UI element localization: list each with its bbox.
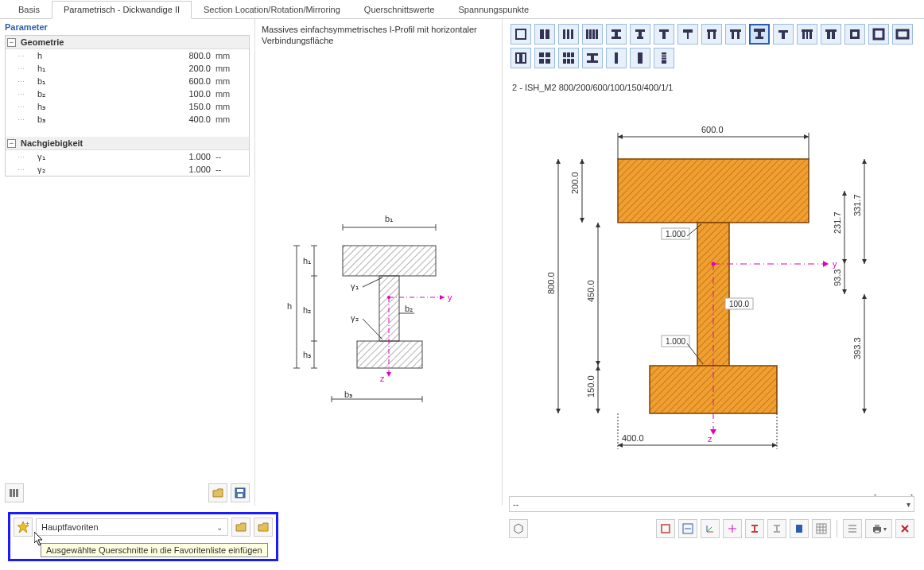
shape-two-col[interactable] [511, 48, 531, 68]
svg-text:y: y [833, 259, 837, 269]
shape-t-1[interactable] [654, 24, 674, 45]
shape-rect-gap[interactable] [534, 24, 555, 45]
param-h1[interactable]: ··· h₁ 200.0 mm [6, 62, 249, 75]
shape-t-3[interactable] [773, 24, 794, 45]
toolbar-3d-button[interactable] [509, 519, 528, 538]
shape-i-mono-selected[interactable] [749, 24, 770, 45]
library-button[interactable] [5, 483, 24, 502]
param-b2[interactable]: ··· b₂ 100.0 mm [6, 87, 249, 100]
open-button[interactable] [208, 483, 227, 502]
shape-i-1[interactable] [606, 24, 627, 45]
svg-text:1.000: 1.000 [666, 337, 685, 346]
param-h3[interactable]: ··· h₃ 150.0 mm [6, 100, 249, 113]
shape-bar-ribbed[interactable] [654, 48, 674, 68]
svg-rect-62 [687, 33, 689, 39]
param-h[interactable]: ··· h 800.0 mm [6, 49, 249, 62]
shape-rect-outline[interactable] [511, 24, 531, 45]
tab-cross-section-values[interactable]: Querschnittswerte [352, 1, 447, 19]
svg-rect-75 [802, 32, 805, 39]
svg-line-159 [707, 527, 712, 532]
tab-parametric[interactable]: Parametrisch - Dickwandige II [52, 1, 192, 19]
shape-pi-1[interactable] [701, 24, 722, 45]
svg-rect-77 [809, 32, 812, 39]
svg-text:600.0: 600.0 [701, 125, 724, 134]
shape-box-2[interactable] [868, 24, 889, 45]
favorites-folder-star-button[interactable] [254, 518, 273, 537]
svg-rect-168 [796, 525, 802, 533]
svg-text:z: z [380, 374, 385, 383]
svg-rect-166 [776, 526, 778, 531]
shape-bars-3[interactable] [558, 24, 579, 45]
collapse-icon[interactable]: − [7, 38, 16, 47]
group-compliance[interactable]: − Nachgiebigkeit [6, 137, 249, 150]
shape-double-t[interactable] [821, 24, 841, 45]
view-centroid-button[interactable] [723, 519, 742, 538]
param-gamma2[interactable]: ··· γ₂ 1.000 -- [6, 163, 249, 176]
save-button[interactable] [231, 483, 250, 502]
svg-rect-48 [571, 29, 573, 39]
shape-box-1[interactable] [844, 24, 865, 45]
view-outline-button[interactable] [656, 519, 675, 538]
parameter-panel: Parameter − Geometrie ··· h 800.0 mm ···… [0, 19, 255, 506]
tab-section-location[interactable]: Section Location/Rotation/Mirroring [192, 1, 352, 19]
svg-rect-70 [758, 32, 761, 37]
param-gamma1[interactable]: ··· γ₁ 1.000 -- [6, 150, 249, 163]
chevron-down-icon: ▾ [883, 525, 887, 533]
shape-bar-single-1[interactable] [606, 48, 627, 68]
view-list-button[interactable] [843, 519, 862, 538]
view-i-button[interactable] [745, 519, 764, 538]
svg-rect-60 [662, 32, 666, 39]
view-block-button[interactable] [790, 519, 809, 538]
svg-rect-179 [875, 530, 879, 533]
svg-text:b₃: b₃ [344, 390, 352, 399]
svg-rect-3 [235, 488, 245, 498]
collapse-icon[interactable]: − [7, 139, 16, 148]
param-b3[interactable]: ··· b₃ 400.0 mm [6, 113, 249, 126]
shape-bar-single-2[interactable] [630, 48, 650, 68]
svg-rect-84 [897, 30, 908, 38]
favorites-select[interactable]: Hauptfavoriten ⌄ [36, 518, 228, 536]
svg-rect-92 [567, 52, 570, 57]
view-axes-button[interactable] [701, 519, 720, 538]
svg-text:393.3: 393.3 [852, 337, 862, 359]
schematic-panel: Massives einfachsymmetrisches I-Profil m… [255, 19, 503, 506]
svg-text:800.0: 800.0 [546, 272, 556, 294]
tab-bar: Basis Parametrisch - Dickwandige II Sect… [0, 0, 924, 19]
view-dim-button[interactable] [678, 519, 697, 538]
shape-i-2[interactable] [630, 24, 650, 45]
view-grid-button[interactable] [812, 519, 831, 538]
shape-i-h[interactable] [582, 48, 603, 68]
svg-text:γ₁: γ₁ [351, 281, 359, 291]
add-favorite-button[interactable]: + [14, 518, 33, 537]
svg-text:b₂: b₂ [405, 304, 413, 313]
svg-rect-13 [357, 341, 422, 368]
tab-stress-points[interactable]: Spannungspunkte [446, 1, 541, 19]
print-button[interactable]: ▾ [865, 519, 892, 538]
stress-case-select[interactable]: -- ▾ [509, 496, 914, 512]
svg-rect-97 [587, 53, 598, 56]
favorites-open-button[interactable] [231, 518, 250, 537]
chevron-down-icon: ▾ [907, 500, 910, 509]
shape-t-2[interactable] [677, 24, 698, 45]
tab-basis[interactable]: Basis [6, 1, 52, 19]
view-i-grey-button[interactable] [767, 519, 786, 538]
shape-grid-4[interactable] [534, 48, 555, 68]
svg-point-42 [387, 296, 390, 299]
svg-rect-164 [751, 531, 758, 533]
svg-rect-80 [832, 32, 835, 39]
svg-text:h₁: h₁ [303, 256, 311, 266]
shape-grid-6[interactable] [558, 48, 579, 68]
svg-rect-87 [539, 52, 544, 57]
delete-button[interactable] [895, 519, 914, 538]
svg-rect-65 [713, 32, 716, 39]
shape-pi-2[interactable] [725, 24, 746, 45]
svg-rect-101 [638, 52, 643, 64]
shape-bars-4[interactable] [582, 24, 603, 45]
svg-rect-82 [852, 32, 857, 37]
svg-rect-47 [567, 29, 569, 39]
shape-box-3[interactable] [892, 24, 913, 45]
param-b1[interactable]: ··· b₁ 600.0 mm [6, 75, 249, 87]
group-geometry[interactable]: − Geometrie [6, 36, 249, 49]
shape-pi-3[interactable] [797, 24, 817, 45]
svg-rect-96 [571, 59, 574, 64]
